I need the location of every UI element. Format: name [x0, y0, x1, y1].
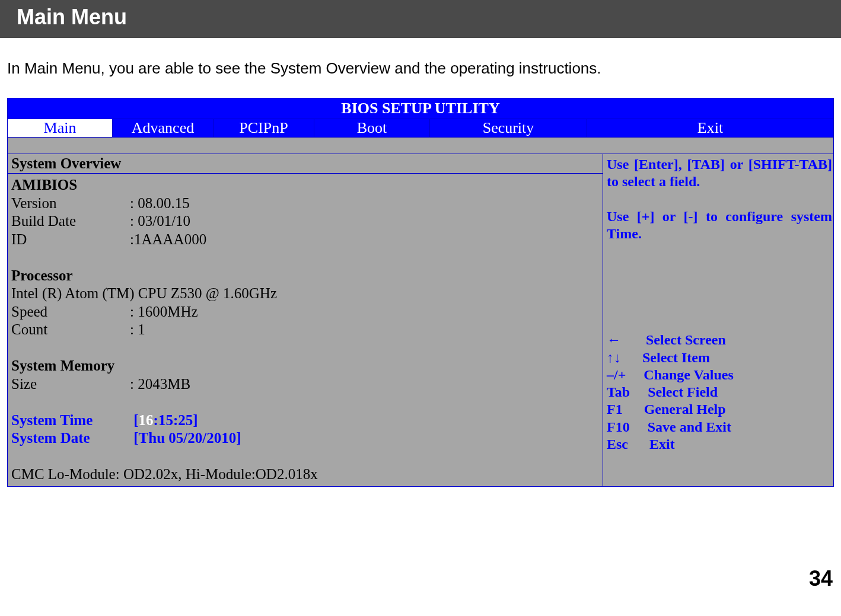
- tab-advanced[interactable]: Advanced: [113, 119, 214, 137]
- processor-speed-row: Speed: 1600MHz: [11, 303, 599, 321]
- amibios-id-value: :1AAAA000: [130, 231, 206, 247]
- bios-tabs-spacer: [8, 138, 833, 154]
- page-number: 34: [809, 566, 833, 591]
- processor-count-row: Count: 1: [11, 321, 599, 339]
- help-key-change-values: –/+ Change Values: [607, 366, 832, 384]
- amibios-version-row: Version: 08.00.15: [11, 194, 599, 213]
- intro-text: In Main Menu, you are able to see the Sy…: [0, 38, 841, 90]
- bios-tabs: Main Advanced PCIPnP Boot Security Exit: [8, 119, 833, 138]
- help-key-save-exit: F10 Save and Exit: [607, 419, 832, 436]
- bios-left-content: AMIBIOS Version: 08.00.15 Build Date: 03…: [8, 174, 603, 486]
- system-date-label: System Date: [11, 429, 130, 448]
- amibios-id-row: ID:1AAAA000: [11, 231, 599, 249]
- help-key-select-field: Tab Select Field: [607, 384, 832, 401]
- tab-boot[interactable]: Boot: [314, 119, 430, 137]
- amibios-heading: AMIBIOS: [11, 176, 599, 194]
- help-key-select-screen: ← Select Screen: [607, 331, 832, 349]
- system-time-active[interactable]: 16: [139, 412, 154, 428]
- amibios-version-label: Version: [11, 194, 130, 213]
- processor-speed-label: Speed: [11, 303, 130, 321]
- system-date-row[interactable]: System Date [Thu 05/20/2010]: [11, 429, 599, 448]
- bios-left-panel: System Overview AMIBIOS Version: 08.00.1…: [8, 154, 603, 486]
- system-time-rest[interactable]: :15:25]: [154, 412, 198, 428]
- system-time-open: [: [133, 412, 138, 428]
- memory-size-value: : 2043MB: [130, 376, 190, 392]
- processor-count-label: Count: [11, 321, 130, 339]
- memory-size-label: Size: [11, 375, 130, 394]
- cmc-line: CMC Lo-Module: OD2.02x, Hi-Module:OD2.01…: [11, 465, 599, 484]
- amibios-builddate-row: Build Date: 03/01/10: [11, 212, 599, 231]
- help-text-2: Use [+] or [-] to configure system Time.: [607, 208, 832, 243]
- amibios-version-value: : 08.00.15: [130, 195, 190, 211]
- memory-size-row: Size: 2043MB: [11, 375, 599, 394]
- bios-help-panel: Use [Enter], [TAB] or [SHIFT-TAB] to sel…: [603, 154, 833, 486]
- system-date-value[interactable]: [Thu 05/20/2010]: [133, 430, 241, 446]
- bios-box: BIOS SETUP UTILITY Main Advanced PCIPnP …: [7, 98, 834, 487]
- bios-body: System Overview AMIBIOS Version: 08.00.1…: [8, 154, 833, 486]
- title-bar: Main Menu: [0, 0, 841, 38]
- help-key-select-item: ↑↓ Select Item: [607, 349, 832, 366]
- title-text: Main Menu: [17, 5, 127, 29]
- bios-header: BIOS SETUP UTILITY: [8, 98, 833, 119]
- amibios-builddate-label: Build Date: [11, 212, 130, 231]
- help-keys: ← Select Screen ↑↓ Select Item –/+ Chang…: [607, 331, 832, 453]
- tab-pcipnp[interactable]: PCIPnP: [214, 119, 314, 137]
- amibios-builddate-value: : 03/01/10: [130, 213, 190, 229]
- system-time-row[interactable]: System Time [16:15:25]: [11, 411, 599, 430]
- processor-heading: Processor: [11, 267, 599, 285]
- memory-heading: System Memory: [11, 357, 599, 375]
- system-time-label: System Time: [11, 411, 130, 430]
- help-text-1: Use [Enter], [TAB] or [SHIFT-TAB] to sel…: [607, 156, 832, 191]
- help-key-general-help: F1 General Help: [607, 401, 832, 418]
- processor-speed-value: : 1600MHz: [130, 304, 198, 320]
- processor-count-value: : 1: [130, 321, 145, 337]
- tab-main[interactable]: Main: [8, 119, 113, 137]
- help-key-exit: Esc Exit: [607, 436, 832, 453]
- tab-security[interactable]: Security: [430, 119, 587, 137]
- processor-name: Intel (R) Atom (TM) CPU Z530 @ 1.60GHz: [11, 285, 599, 303]
- tab-exit[interactable]: Exit: [587, 119, 833, 137]
- system-overview-header: System Overview: [8, 154, 603, 174]
- amibios-id-label: ID: [11, 231, 130, 249]
